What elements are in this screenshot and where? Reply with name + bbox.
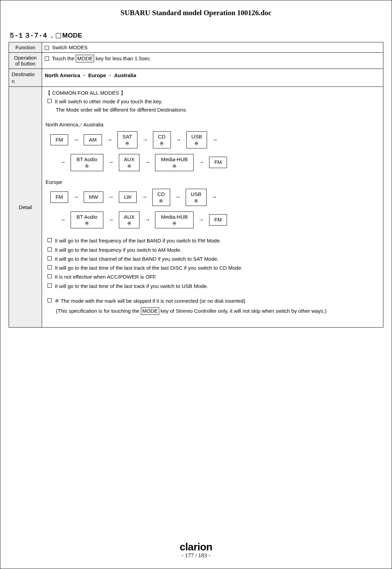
mode-box: FM bbox=[209, 157, 227, 168]
page-footer: clarion - 177 / 183 - bbox=[0, 541, 392, 559]
arrow-icon: → bbox=[142, 193, 147, 201]
row-value-operation: Touch the MODE key for less than 1.5sec. bbox=[42, 53, 383, 69]
paren-note: (This specification is for touching the … bbox=[56, 307, 380, 315]
row-label-function: Function bbox=[9, 42, 42, 53]
flow-row: →BT Audio※→AUX※→Media-HUB※→FM bbox=[60, 154, 380, 171]
mode-box: AUX※ bbox=[119, 154, 140, 171]
bullet-row: It is not effective when ACC/POWER is OF… bbox=[48, 273, 380, 281]
mode-box: FM bbox=[50, 192, 68, 203]
mode-box: Media-HUB※ bbox=[155, 211, 194, 229]
checkbox-icon bbox=[48, 247, 52, 251]
star-icon: ※ bbox=[191, 198, 202, 204]
mode-box: FM bbox=[50, 134, 68, 146]
arrow-icon: → bbox=[108, 193, 114, 201]
arrow-icon: → bbox=[108, 158, 114, 167]
row-value-detail: 【 COMMON FOR ALL MODES 】 It will switch … bbox=[42, 87, 383, 328]
spec-table: Function Switch MODES Operation of butto… bbox=[9, 42, 383, 328]
star-icon: ※ bbox=[161, 221, 188, 226]
checkbox-icon bbox=[56, 33, 61, 38]
star-icon: ※ bbox=[158, 141, 166, 146]
bullet-row: It will go to the last time of the last … bbox=[48, 264, 380, 272]
arrow-icon: → bbox=[212, 135, 218, 144]
star-icon: ※ bbox=[157, 198, 165, 204]
row-value-destination: North America ・ Europe ・ Australia bbox=[42, 69, 383, 87]
checkbox-icon bbox=[48, 274, 52, 278]
arrow-icon: → bbox=[212, 193, 217, 201]
checkbox-icon bbox=[45, 56, 49, 61]
operation-post: key for less than 1.5sec. bbox=[94, 55, 151, 61]
arrow-icon: → bbox=[198, 158, 204, 167]
arrow-icon: → bbox=[144, 158, 150, 167]
mode-box: BT Audio※ bbox=[71, 154, 103, 171]
section-heading: ５-１３-７-４． MODE bbox=[9, 31, 383, 40]
mode-box: USB※ bbox=[186, 131, 207, 148]
checkbox-icon bbox=[45, 46, 49, 50]
operation-pre: Touch the bbox=[52, 55, 76, 61]
checkbox-icon bbox=[48, 298, 52, 302]
mode-box: AUX※ bbox=[119, 211, 140, 229]
arrow-icon: → bbox=[142, 135, 148, 144]
checkbox-icon bbox=[48, 283, 52, 288]
bullet-text: It is not effective when ACC/POWER is OF… bbox=[55, 273, 157, 281]
table-row: Destinatio n North America ・ Europe ・ Au… bbox=[9, 69, 383, 87]
paren-pre: (This specification is for touching the bbox=[56, 308, 141, 314]
arrow-icon: → bbox=[108, 215, 114, 224]
arrow-icon: → bbox=[198, 215, 204, 224]
bullet-text: It will go to the last time of the last … bbox=[55, 264, 243, 272]
mode-box: CD※ bbox=[153, 131, 171, 148]
arrow-icon: → bbox=[175, 193, 181, 201]
arrow-icon: → bbox=[60, 158, 66, 167]
document-page: SUBARU Standard model Operation 100126.d… bbox=[0, 0, 392, 569]
heading-text: MODE bbox=[62, 32, 82, 39]
star-icon: ※ bbox=[161, 164, 188, 169]
bullet-row: It will go to the last time of the last … bbox=[48, 282, 380, 290]
star-icon: ※ bbox=[123, 141, 132, 146]
arrow-icon: → bbox=[144, 215, 150, 224]
intro-line: It will switch to other mode if you touc… bbox=[55, 97, 162, 105]
row-value-function: Switch MODES bbox=[42, 42, 383, 53]
arrow-icon: → bbox=[73, 135, 79, 144]
star-icon: ※ bbox=[124, 221, 135, 226]
document-title: SUBARU Standard model Operation 100126.d… bbox=[9, 9, 383, 17]
bullets-list: It will go to the last frequency of the … bbox=[45, 237, 380, 290]
intro-sub: The Mode order will be different for dif… bbox=[56, 106, 380, 114]
arrow-icon: → bbox=[60, 215, 66, 224]
regions-container: North America／AustraliaFM→AM→SAT※→CD※→US… bbox=[45, 121, 380, 229]
bullet-row: It will go to the last frequency of the … bbox=[48, 237, 380, 245]
region-label: North America／Australia bbox=[45, 121, 380, 128]
star-icon: ※ bbox=[192, 141, 202, 146]
arrow-icon: → bbox=[176, 135, 182, 144]
row-label-detail: Detail bbox=[9, 87, 42, 328]
bullet-text: It will go to the last frequency if you … bbox=[55, 246, 182, 254]
mode-key-label: MODE bbox=[141, 307, 159, 315]
bullet-text: It will go to the last channel of the la… bbox=[55, 255, 219, 263]
operation-text: Touch the MODE key for less than 1.5sec. bbox=[52, 55, 151, 62]
paren-post: key of Strereo Controller only, it will … bbox=[159, 308, 327, 314]
table-row: Detail 【 COMMON FOR ALL MODES 】 It will … bbox=[9, 87, 383, 328]
flow-row: FM→MW→LW→CD※→USB※→ bbox=[50, 189, 380, 206]
arrow-icon: → bbox=[73, 193, 79, 201]
checkbox-icon bbox=[48, 256, 52, 260]
mode-box: CD※ bbox=[152, 189, 170, 206]
mode-box: FM bbox=[209, 214, 227, 226]
star-icon: ※ bbox=[124, 164, 135, 169]
arrow-icon: → bbox=[107, 135, 113, 144]
row-label-destination: Destinatio n bbox=[9, 69, 42, 87]
skip-note-text: ※ The mode with the mark will be skipped… bbox=[55, 297, 247, 305]
checkbox-icon bbox=[48, 99, 52, 103]
table-row: Function Switch MODES bbox=[9, 42, 383, 53]
flow-row: FM→AM→SAT※→CD※→USB※→ bbox=[50, 131, 380, 148]
mode-box: MW bbox=[84, 192, 103, 203]
destination-text: North America ・ Europe ・ Australia bbox=[45, 72, 136, 78]
flow-row: →BT Audio※→AUX※→Media-HUB※→FM bbox=[60, 211, 380, 229]
common-header: 【 COMMON FOR ALL MODES 】 bbox=[45, 89, 380, 97]
checkbox-icon bbox=[48, 238, 52, 242]
table-row: Operation of button Touch the MODE key f… bbox=[9, 53, 383, 69]
mode-box: Media-HUB※ bbox=[155, 154, 194, 171]
star-icon: ※ bbox=[76, 164, 97, 169]
brand-logo: clarion bbox=[0, 541, 392, 553]
mode-box: AM bbox=[84, 134, 102, 146]
checkbox-icon bbox=[48, 265, 52, 269]
detail-content: 【 COMMON FOR ALL MODES 】 It will switch … bbox=[45, 89, 380, 325]
star-icon: ※ bbox=[76, 221, 97, 226]
